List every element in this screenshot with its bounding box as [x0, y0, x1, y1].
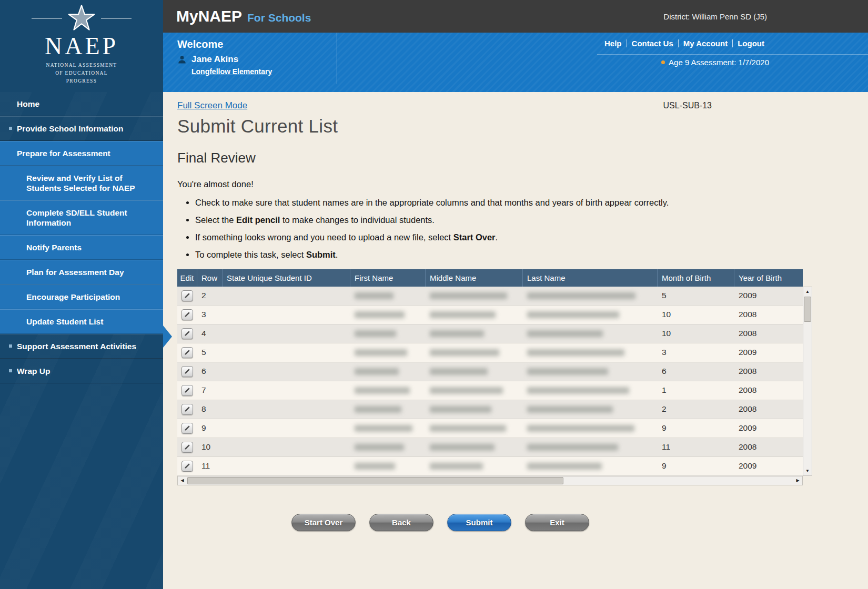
sidebar-item-notify-parents[interactable]: Notify Parents — [0, 235, 163, 260]
state-student-id-cell — [223, 362, 350, 381]
middle-name-cell — [426, 343, 523, 362]
column-header-edit: Edit — [177, 269, 197, 287]
pencil-icon — [184, 292, 190, 299]
edit-pencil-button[interactable] — [181, 366, 193, 377]
state-student-id-cell — [223, 324, 350, 343]
blurred-first-name — [355, 311, 405, 318]
naep-logo: NAEP NATIONAL ASSESSMENT OF EDUCATIONAL … — [0, 0, 163, 92]
sidebar-item-prepare-for-assessment[interactable]: Prepare for Assessment — [0, 141, 163, 166]
bullet-icon — [9, 344, 12, 348]
sidebar-item-provide-school-information[interactable]: Provide School Information — [0, 116, 163, 141]
horizontal-scrollbar[interactable]: ◀ ▶ — [177, 476, 803, 485]
sidebar-item-label: Home — [17, 99, 39, 108]
submit-button[interactable]: Submit — [447, 514, 511, 531]
blurred-first-name — [355, 368, 399, 375]
blurred-first-name — [355, 292, 393, 299]
edit-cell — [177, 438, 197, 456]
row-number: 4 — [197, 324, 223, 343]
blurred-middle-name — [430, 311, 496, 318]
blurred-last-name — [527, 387, 629, 394]
sidebar-item-plan-for-assessment-day[interactable]: Plan for Assessment Day — [0, 260, 163, 285]
sidebar-item-home[interactable]: Home — [0, 92, 163, 116]
month-of-birth-cell: 9 — [658, 457, 734, 475]
blurred-last-name — [527, 292, 635, 299]
last-name-cell — [523, 400, 658, 419]
sidebar-item-review-and-verify-list-of-students-selected-for-naep[interactable]: Review and Verify List of Students Selec… — [0, 166, 163, 200]
app-subtitle: For Schools — [247, 12, 311, 24]
scroll-right-arrow[interactable]: ▶ — [793, 478, 802, 483]
brand: MyNAEP For Schools — [176, 7, 311, 25]
edit-cell — [177, 362, 197, 381]
vertical-scroll-track[interactable] — [803, 296, 812, 466]
edit-pencil-button[interactable] — [181, 423, 193, 434]
column-header-row: Row — [197, 269, 223, 287]
pencil-icon — [184, 387, 190, 393]
page-title: Submit Current List — [177, 116, 868, 137]
sidebar-item-complete-sd-ell-student-information[interactable]: Complete SD/ELL Student Information — [0, 200, 163, 235]
edit-pencil-button[interactable] — [181, 385, 193, 396]
student-row-6: 662008 — [177, 362, 803, 381]
edit-pencil-button[interactable] — [181, 442, 193, 453]
year-of-birth-cell: 2008 — [734, 362, 803, 381]
header-link-help[interactable]: Help — [600, 39, 627, 48]
middle-name-cell — [426, 457, 523, 475]
edit-pencil-button[interactable] — [181, 404, 193, 415]
start-over-button[interactable]: Start Over — [291, 514, 356, 531]
header-link-logout[interactable]: Logout — [733, 39, 769, 48]
blurred-last-name — [527, 330, 603, 337]
month-of-birth-cell: 5 — [658, 287, 734, 305]
sidebar-item-update-student-list[interactable]: Update Student List — [0, 309, 163, 334]
blurred-last-name — [527, 311, 619, 318]
main-content: Full Screen Mode USL-SUB-13 Submit Curre… — [163, 92, 868, 589]
logo-line-right — [101, 18, 132, 19]
sidebar-item-label: Encourage Participation — [26, 292, 120, 301]
first-name-cell — [350, 381, 426, 400]
sidebar-item-wrap-up[interactable]: Wrap Up — [0, 359, 163, 383]
first-name-cell — [350, 419, 426, 438]
horizontal-scroll-track[interactable] — [187, 476, 793, 485]
first-name-cell — [350, 438, 426, 456]
year-of-birth-cell: 2008 — [734, 306, 803, 324]
sidebar-item-label: Support Assessment Activities — [17, 342, 136, 351]
edit-pencil-button[interactable] — [181, 347, 193, 358]
middle-name-cell — [426, 324, 523, 343]
last-name-cell — [523, 287, 658, 305]
month-of-birth-cell: 6 — [658, 362, 734, 381]
back-button[interactable]: Back — [369, 514, 433, 531]
scroll-left-arrow[interactable]: ◀ — [178, 478, 187, 483]
edit-pencil-button[interactable] — [181, 328, 193, 339]
sidebar-item-encourage-participation[interactable]: Encourage Participation — [0, 285, 163, 309]
header-link-contact-us[interactable]: Contact Us — [627, 39, 678, 48]
blurred-first-name — [355, 425, 412, 432]
scroll-up-arrow[interactable]: ▲ — [803, 287, 812, 296]
blurred-middle-name — [430, 349, 499, 356]
vertical-scroll-thumb[interactable] — [804, 297, 811, 322]
footer-buttons: Start OverBackSubmitExit — [177, 514, 703, 531]
year-of-birth-cell: 2009 — [734, 457, 803, 475]
row-number: 2 — [197, 287, 223, 305]
blurred-first-name — [355, 444, 404, 451]
edit-pencil-button[interactable] — [181, 309, 193, 320]
header-link-my-account[interactable]: My Account — [679, 39, 732, 48]
blurred-last-name — [527, 349, 624, 356]
exit-button[interactable]: Exit — [525, 514, 589, 531]
horizontal-scroll-thumb[interactable] — [187, 477, 563, 484]
full-screen-mode-link[interactable]: Full Screen Mode — [177, 100, 247, 111]
district-label: District: William Penn SD (J5) — [663, 12, 767, 21]
edit-pencil-button[interactable] — [181, 290, 193, 301]
pencil-icon — [184, 444, 190, 450]
user-icon — [177, 55, 187, 64]
student-row-3: 3102008 — [177, 306, 803, 324]
middle-name-cell — [426, 287, 523, 305]
scroll-down-arrow[interactable]: ▼ — [803, 466, 812, 475]
assessment-info: Age 9 Assessment: 1/7/2020 — [661, 58, 769, 67]
school-link[interactable]: Longfellow Elementary — [191, 67, 272, 76]
sidebar-item-support-assessment-activities[interactable]: Support Assessment Activities — [0, 334, 163, 359]
sidebar-item-label: Notify Parents — [26, 243, 82, 252]
edit-pencil-button[interactable] — [181, 461, 193, 472]
instruction-item: If something looks wrong and you need to… — [195, 231, 706, 244]
blurred-middle-name — [430, 387, 503, 394]
pencil-icon — [184, 330, 190, 337]
vertical-scrollbar[interactable]: ▲ ▼ — [803, 287, 812, 476]
edit-cell — [177, 381, 197, 400]
